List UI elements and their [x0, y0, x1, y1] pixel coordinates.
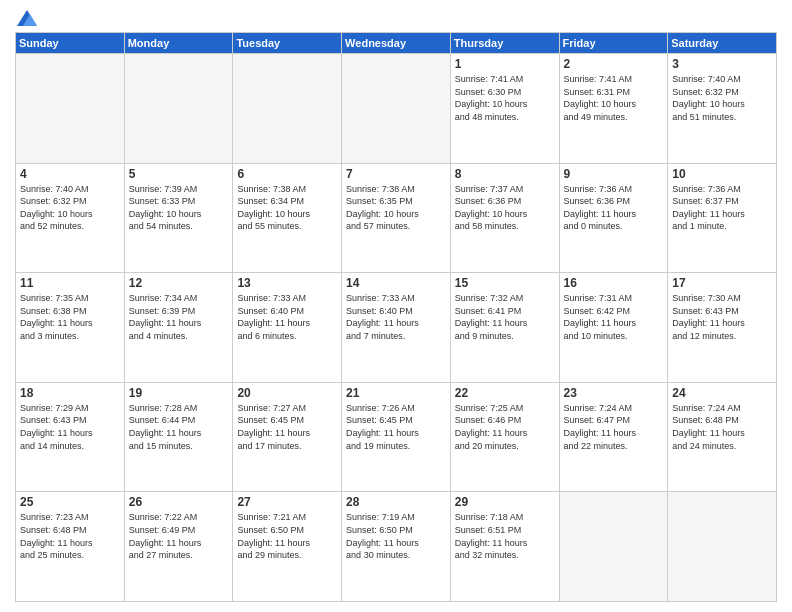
day-number: 2 [564, 57, 664, 71]
day-cell: 16Sunrise: 7:31 AMSunset: 6:42 PMDayligh… [559, 273, 668, 383]
day-cell [124, 54, 233, 164]
day-cell [342, 54, 451, 164]
day-detail: Sunrise: 7:21 AMSunset: 6:50 PMDaylight:… [237, 511, 337, 561]
day-cell: 22Sunrise: 7:25 AMSunset: 6:46 PMDayligh… [450, 382, 559, 492]
day-number: 5 [129, 167, 229, 181]
day-cell: 19Sunrise: 7:28 AMSunset: 6:44 PMDayligh… [124, 382, 233, 492]
calendar: SundayMondayTuesdayWednesdayThursdayFrid… [15, 32, 777, 602]
day-detail: Sunrise: 7:29 AMSunset: 6:43 PMDaylight:… [20, 402, 120, 452]
logo-icon [17, 10, 37, 26]
day-number: 23 [564, 386, 664, 400]
day-cell: 14Sunrise: 7:33 AMSunset: 6:40 PMDayligh… [342, 273, 451, 383]
day-detail: Sunrise: 7:30 AMSunset: 6:43 PMDaylight:… [672, 292, 772, 342]
day-cell: 11Sunrise: 7:35 AMSunset: 6:38 PMDayligh… [16, 273, 125, 383]
week-row-2: 4Sunrise: 7:40 AMSunset: 6:32 PMDaylight… [16, 163, 777, 273]
day-number: 28 [346, 495, 446, 509]
day-detail: Sunrise: 7:19 AMSunset: 6:50 PMDaylight:… [346, 511, 446, 561]
header [15, 10, 777, 26]
day-cell: 4Sunrise: 7:40 AMSunset: 6:32 PMDaylight… [16, 163, 125, 273]
day-cell: 2Sunrise: 7:41 AMSunset: 6:31 PMDaylight… [559, 54, 668, 164]
day-cell: 18Sunrise: 7:29 AMSunset: 6:43 PMDayligh… [16, 382, 125, 492]
day-number: 18 [20, 386, 120, 400]
day-number: 8 [455, 167, 555, 181]
day-detail: Sunrise: 7:36 AMSunset: 6:37 PMDaylight:… [672, 183, 772, 233]
day-number: 1 [455, 57, 555, 71]
week-row-1: 1Sunrise: 7:41 AMSunset: 6:30 PMDaylight… [16, 54, 777, 164]
day-detail: Sunrise: 7:41 AMSunset: 6:30 PMDaylight:… [455, 73, 555, 123]
day-cell: 10Sunrise: 7:36 AMSunset: 6:37 PMDayligh… [668, 163, 777, 273]
day-number: 21 [346, 386, 446, 400]
day-detail: Sunrise: 7:37 AMSunset: 6:36 PMDaylight:… [455, 183, 555, 233]
week-row-5: 25Sunrise: 7:23 AMSunset: 6:48 PMDayligh… [16, 492, 777, 602]
day-cell: 26Sunrise: 7:22 AMSunset: 6:49 PMDayligh… [124, 492, 233, 602]
col-header-monday: Monday [124, 33, 233, 54]
day-cell [559, 492, 668, 602]
day-cell [16, 54, 125, 164]
day-detail: Sunrise: 7:32 AMSunset: 6:41 PMDaylight:… [455, 292, 555, 342]
day-detail: Sunrise: 7:25 AMSunset: 6:46 PMDaylight:… [455, 402, 555, 452]
col-header-sunday: Sunday [16, 33, 125, 54]
day-detail: Sunrise: 7:34 AMSunset: 6:39 PMDaylight:… [129, 292, 229, 342]
day-cell: 5Sunrise: 7:39 AMSunset: 6:33 PMDaylight… [124, 163, 233, 273]
day-detail: Sunrise: 7:24 AMSunset: 6:47 PMDaylight:… [564, 402, 664, 452]
day-detail: Sunrise: 7:38 AMSunset: 6:35 PMDaylight:… [346, 183, 446, 233]
day-cell: 15Sunrise: 7:32 AMSunset: 6:41 PMDayligh… [450, 273, 559, 383]
day-detail: Sunrise: 7:31 AMSunset: 6:42 PMDaylight:… [564, 292, 664, 342]
day-number: 26 [129, 495, 229, 509]
week-row-4: 18Sunrise: 7:29 AMSunset: 6:43 PMDayligh… [16, 382, 777, 492]
day-cell: 24Sunrise: 7:24 AMSunset: 6:48 PMDayligh… [668, 382, 777, 492]
day-cell [233, 54, 342, 164]
page: SundayMondayTuesdayWednesdayThursdayFrid… [0, 0, 792, 612]
calendar-header-row: SundayMondayTuesdayWednesdayThursdayFrid… [16, 33, 777, 54]
week-row-3: 11Sunrise: 7:35 AMSunset: 6:38 PMDayligh… [16, 273, 777, 383]
day-number: 19 [129, 386, 229, 400]
day-number: 9 [564, 167, 664, 181]
day-cell: 7Sunrise: 7:38 AMSunset: 6:35 PMDaylight… [342, 163, 451, 273]
day-number: 13 [237, 276, 337, 290]
day-detail: Sunrise: 7:36 AMSunset: 6:36 PMDaylight:… [564, 183, 664, 233]
day-detail: Sunrise: 7:18 AMSunset: 6:51 PMDaylight:… [455, 511, 555, 561]
day-number: 6 [237, 167, 337, 181]
day-cell: 17Sunrise: 7:30 AMSunset: 6:43 PMDayligh… [668, 273, 777, 383]
day-number: 17 [672, 276, 772, 290]
day-cell: 9Sunrise: 7:36 AMSunset: 6:36 PMDaylight… [559, 163, 668, 273]
day-cell: 20Sunrise: 7:27 AMSunset: 6:45 PMDayligh… [233, 382, 342, 492]
col-header-thursday: Thursday [450, 33, 559, 54]
day-cell: 29Sunrise: 7:18 AMSunset: 6:51 PMDayligh… [450, 492, 559, 602]
day-detail: Sunrise: 7:28 AMSunset: 6:44 PMDaylight:… [129, 402, 229, 452]
day-cell: 27Sunrise: 7:21 AMSunset: 6:50 PMDayligh… [233, 492, 342, 602]
day-number: 4 [20, 167, 120, 181]
day-cell: 1Sunrise: 7:41 AMSunset: 6:30 PMDaylight… [450, 54, 559, 164]
day-detail: Sunrise: 7:40 AMSunset: 6:32 PMDaylight:… [20, 183, 120, 233]
day-number: 10 [672, 167, 772, 181]
day-number: 22 [455, 386, 555, 400]
col-header-tuesday: Tuesday [233, 33, 342, 54]
day-detail: Sunrise: 7:27 AMSunset: 6:45 PMDaylight:… [237, 402, 337, 452]
day-cell: 3Sunrise: 7:40 AMSunset: 6:32 PMDaylight… [668, 54, 777, 164]
day-detail: Sunrise: 7:35 AMSunset: 6:38 PMDaylight:… [20, 292, 120, 342]
day-cell: 6Sunrise: 7:38 AMSunset: 6:34 PMDaylight… [233, 163, 342, 273]
day-number: 16 [564, 276, 664, 290]
day-number: 15 [455, 276, 555, 290]
day-detail: Sunrise: 7:33 AMSunset: 6:40 PMDaylight:… [237, 292, 337, 342]
day-detail: Sunrise: 7:41 AMSunset: 6:31 PMDaylight:… [564, 73, 664, 123]
col-header-wednesday: Wednesday [342, 33, 451, 54]
day-detail: Sunrise: 7:38 AMSunset: 6:34 PMDaylight:… [237, 183, 337, 233]
day-cell: 13Sunrise: 7:33 AMSunset: 6:40 PMDayligh… [233, 273, 342, 383]
day-number: 25 [20, 495, 120, 509]
day-detail: Sunrise: 7:26 AMSunset: 6:45 PMDaylight:… [346, 402, 446, 452]
logo [15, 10, 37, 26]
day-detail: Sunrise: 7:33 AMSunset: 6:40 PMDaylight:… [346, 292, 446, 342]
day-number: 7 [346, 167, 446, 181]
day-number: 11 [20, 276, 120, 290]
day-cell: 25Sunrise: 7:23 AMSunset: 6:48 PMDayligh… [16, 492, 125, 602]
day-cell: 28Sunrise: 7:19 AMSunset: 6:50 PMDayligh… [342, 492, 451, 602]
day-detail: Sunrise: 7:39 AMSunset: 6:33 PMDaylight:… [129, 183, 229, 233]
logo-text [15, 10, 37, 26]
day-number: 12 [129, 276, 229, 290]
col-header-saturday: Saturday [668, 33, 777, 54]
day-detail: Sunrise: 7:23 AMSunset: 6:48 PMDaylight:… [20, 511, 120, 561]
day-number: 24 [672, 386, 772, 400]
day-cell [668, 492, 777, 602]
day-number: 29 [455, 495, 555, 509]
